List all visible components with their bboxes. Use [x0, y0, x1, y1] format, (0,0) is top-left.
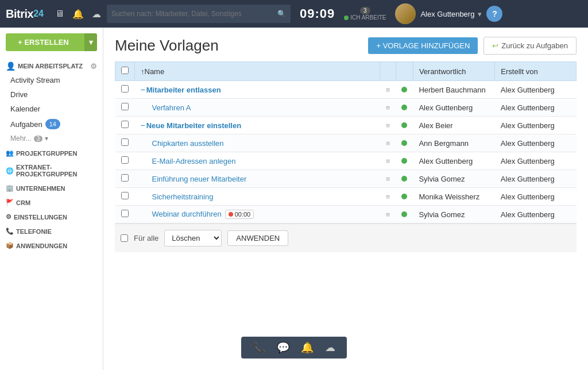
- footer-bar: 📞 💬 🔔 ☁: [241, 337, 347, 359]
- gear-icon[interactable]: ⚙: [90, 62, 97, 71]
- sidebar-section-telefonie[interactable]: 📞 TELEFONIE: [0, 223, 103, 237]
- expand-icon[interactable]: −: [141, 85, 145, 94]
- footer-chat-icon[interactable]: 💬: [277, 341, 289, 354]
- row-checkbox[interactable]: [121, 192, 129, 199]
- row-name-cell: Sicherheitstraining: [135, 188, 380, 206]
- work-badge: 3: [360, 7, 370, 14]
- row-icons-cell: ≡: [380, 206, 396, 223]
- sidebar-section-label: MEIN ARBEITSPLATZ: [18, 63, 83, 70]
- create-label[interactable]: + ERSTELLEN: [6, 33, 81, 51]
- row-name-cell: Einführung neuer Mitarbeiter: [135, 170, 380, 188]
- timer-badge[interactable]: 00:00: [225, 210, 254, 219]
- row-name-cell: Chipkarten ausstellen: [135, 134, 380, 152]
- user-dropdown-icon[interactable]: ▾: [478, 10, 482, 18]
- row-checkbox[interactable]: [121, 121, 129, 128]
- search-icon[interactable]: 🔍: [277, 10, 286, 18]
- add-template-button[interactable]: + VORLAGE HINZUFÜGEN: [368, 37, 478, 54]
- create-dropdown-icon[interactable]: ▾: [84, 33, 97, 51]
- template-name-link[interactable]: Verfahren A: [152, 103, 191, 112]
- sidebar-section-crm[interactable]: 🚩 CRM: [0, 194, 103, 209]
- user-name[interactable]: Alex Guttenberg: [420, 10, 474, 18]
- footer-bell-icon[interactable]: 🔔: [301, 341, 314, 354]
- main-layout: + ERSTELLEN ▾ 👤 MEIN ARBEITSPLATZ ⚙ Acti…: [0, 28, 588, 370]
- row-erstellt-cell: Alex Guttenberg: [495, 117, 577, 134]
- sidebar-item-activity-stream[interactable]: Activity Stream: [0, 73, 103, 87]
- search-input[interactable]: [111, 10, 277, 18]
- row-checkbox[interactable]: [121, 174, 129, 182]
- row-erstellt-cell: Alex Guttenberg: [495, 134, 577, 152]
- sidebar-item-drive[interactable]: Drive: [0, 87, 103, 102]
- table-body: −Mitarbeiter entlassen≡Herbert Bauchmann…: [115, 81, 577, 223]
- template-name-link[interactable]: Sicherheitstraining: [152, 192, 214, 201]
- search-bar[interactable]: 🔍: [107, 5, 291, 23]
- row-checkbox[interactable]: [121, 156, 129, 164]
- sidebar-item-aufgaben[interactable]: Aufgaben 14: [0, 116, 103, 132]
- bars-icon: ≡: [386, 175, 390, 183]
- footer-phone-icon[interactable]: 📞: [253, 341, 265, 354]
- sidebar-section-einstellungen[interactable]: ⚙ EINSTELLUNGEN: [0, 209, 103, 223]
- row-checkbox[interactable]: [121, 138, 129, 146]
- row-checkbox-cell: [115, 134, 135, 152]
- bulk-action-select[interactable]: Löschen: [164, 230, 222, 246]
- back-button[interactable]: ↩ Zurück zu Aufgaben: [483, 37, 577, 55]
- bars-icon: ≡: [386, 192, 390, 201]
- kalender-label: Kalender: [10, 105, 40, 113]
- row-checkbox[interactable]: [121, 103, 129, 110]
- sidebar-section-anwendungen[interactable]: 📦 ANWENDUNGEN: [0, 237, 103, 252]
- row-erstellt-cell: Alex Guttenberg: [495, 81, 577, 99]
- sidebar-more[interactable]: Mehr... 3 ▾: [0, 132, 103, 145]
- row-checkbox[interactable]: [121, 85, 129, 92]
- projektgruppen-label: PROJEKTGRUPPEN: [16, 150, 77, 157]
- template-name-link[interactable]: Webinar durchführen: [152, 210, 222, 218]
- bars-icon: ≡: [386, 103, 390, 112]
- footer-cloud-icon[interactable]: ☁: [325, 341, 335, 354]
- template-name-link[interactable]: Chipkarten ausstellen: [152, 139, 224, 148]
- work-status[interactable]: 3 ICH ARBEITE: [344, 7, 386, 21]
- template-name-link[interactable]: E-Mail-Adressen anlegen: [152, 157, 236, 165]
- help-button[interactable]: ?: [486, 6, 502, 22]
- template-name-link[interactable]: Einführung neuer Mitarbeiter: [152, 175, 247, 183]
- status-dot: [401, 122, 407, 128]
- more-label: Mehr...: [10, 134, 32, 142]
- row-verantwortlich-cell: Alex Guttenberg: [413, 152, 494, 170]
- row-status-cell: [396, 206, 413, 223]
- sidebar-section-mein-arbeitsplatz[interactable]: 👤 MEIN ARBEITSPLATZ ⚙: [0, 57, 103, 73]
- topnav: Bitrix 24 🖥 🔔 ☁ 🔍 09:09 3 ICH ARBEITE Al…: [0, 0, 588, 28]
- status-dot: [401, 176, 407, 182]
- table-row: −Neue Mitarbeiter einstellen≡Alex BeierA…: [115, 117, 577, 134]
- sidebar-section-unternehmen[interactable]: 🏢 UNTERNEHMEN: [0, 180, 103, 194]
- einstellungen-icon: ⚙: [6, 213, 11, 221]
- col-erstellt-header: Erstellt von: [495, 62, 577, 81]
- template-name-link[interactable]: Neue Mitarbeiter einstellen: [146, 121, 241, 130]
- select-all-checkbox[interactable]: [121, 67, 129, 74]
- bulk-checkbox[interactable]: [121, 234, 128, 242]
- table-row: E-Mail-Adressen anlegen≡Alex GuttenbergA…: [115, 152, 577, 170]
- bulk-apply-button[interactable]: ANWENDEN: [227, 230, 288, 246]
- expand-icon[interactable]: −: [141, 121, 145, 130]
- table-row: Verfahren A≡Alex GuttenbergAlex Guttenbe…: [115, 99, 577, 117]
- topnav-utility-icons: 🖥 🔔 ☁: [55, 9, 101, 20]
- clock-display: 09:09: [300, 6, 335, 21]
- bell-icon[interactable]: 🔔: [72, 9, 84, 20]
- back-arrow-icon: ↩: [492, 41, 498, 50]
- bulk-label: Für alle: [134, 234, 158, 242]
- monitor-icon[interactable]: 🖥: [55, 9, 64, 20]
- col-icons-header: [380, 62, 396, 81]
- sidebar-item-kalender[interactable]: Kalender: [0, 102, 103, 116]
- logo-num: 24: [33, 9, 44, 19]
- work-label: ICH ARBEITE: [344, 14, 386, 21]
- cloud-icon[interactable]: ☁: [92, 9, 101, 20]
- sidebar-section-projektgruppen[interactable]: 👥 PROJEKTGRUPPEN: [0, 145, 103, 159]
- templates-table: ↑Name Verantwortlich Erstellt von −Mitar…: [115, 61, 577, 223]
- header-actions: + VORLAGE HINZUFÜGEN ↩ Zurück zu Aufgabe…: [368, 37, 577, 55]
- more-badge: 3: [34, 136, 43, 142]
- avatar[interactable]: [395, 3, 416, 24]
- projektgruppen-icon: 👥: [6, 149, 14, 157]
- template-name-link[interactable]: Mitarbeiter entlassen: [146, 86, 221, 94]
- create-button[interactable]: + ERSTELLEN ▾: [6, 33, 97, 51]
- row-checkbox[interactable]: [121, 210, 129, 217]
- sidebar-section-extranet[interactable]: 🌐 EXTRANET-PROJEKTGRUPPEN: [0, 159, 103, 180]
- row-checkbox-cell: [115, 99, 135, 117]
- person-icon: 👤: [6, 61, 16, 71]
- col-name-header[interactable]: ↑Name: [135, 62, 380, 81]
